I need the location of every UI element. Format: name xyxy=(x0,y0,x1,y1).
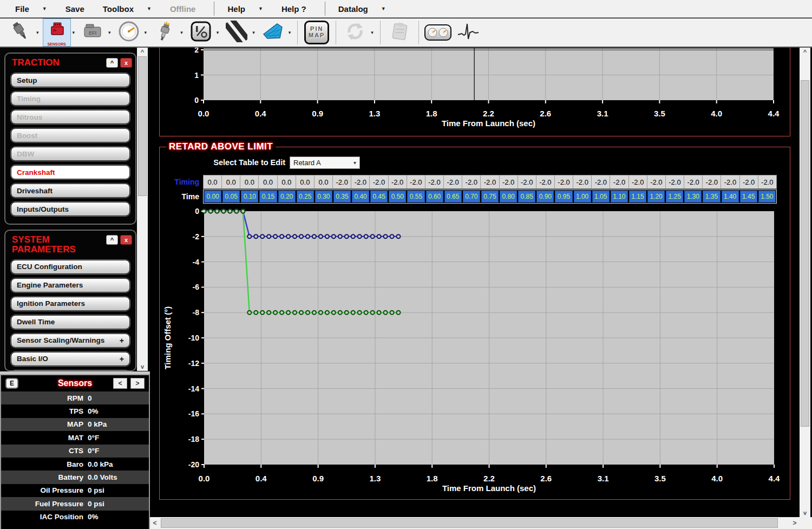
table-cell[interactable]: 0.55 xyxy=(407,191,424,203)
menu-item-help[interactable]: Help ? xyxy=(281,4,306,14)
chevron-down-icon[interactable]: ▾ xyxy=(145,30,147,35)
sidebar-scrollbar-thumb[interactable] xyxy=(138,56,147,196)
table-cell[interactable]: 1.05 xyxy=(592,191,610,203)
table-cell[interactable]: -2.0 xyxy=(721,175,739,188)
menu-item-toolbox[interactable]: Toolbox▼ xyxy=(103,4,152,14)
table-cell[interactable]: -2.0 xyxy=(758,175,776,188)
chevron-down-icon[interactable]: ▾ xyxy=(73,30,75,35)
table-cell[interactable]: -2.0 xyxy=(370,175,388,188)
table-cell[interactable]: 0.85 xyxy=(518,191,535,203)
table-cell[interactable]: -2.0 xyxy=(573,175,592,188)
table-cell[interactable]: -2.0 xyxy=(610,175,628,188)
system-item-engine-parameters[interactable]: Engine Parameters xyxy=(11,278,130,292)
table-cell[interactable]: 1.25 xyxy=(666,191,683,203)
table-cell[interactable]: 0.70 xyxy=(463,191,480,203)
table-cell[interactable]: 0.30 xyxy=(315,191,332,203)
table-cell[interactable]: -2.0 xyxy=(518,175,536,188)
table-cell[interactable]: 1.40 xyxy=(722,191,739,203)
table-cell[interactable]: -2.0 xyxy=(666,175,684,188)
table-cell[interactable]: 0.0 xyxy=(278,175,296,188)
table-cell[interactable]: 1.30 xyxy=(684,191,702,203)
table-cell[interactable]: 1.50 xyxy=(758,191,776,203)
table-select-dropdown[interactable]: Retard A ▾ xyxy=(290,156,360,169)
pin-map-tool[interactable]: PINMAP xyxy=(303,18,331,47)
table-cell[interactable]: 0.00 xyxy=(204,191,221,203)
table-cell[interactable]: -2.0 xyxy=(351,175,370,188)
table-cell[interactable]: 0.45 xyxy=(370,191,388,203)
surface-table-tool[interactable] xyxy=(259,18,287,47)
table-cell[interactable]: 1.35 xyxy=(703,191,720,203)
traction-item-boost[interactable]: Boost xyxy=(11,128,130,142)
io-tool[interactable] xyxy=(187,18,215,47)
table-cell[interactable]: 1.20 xyxy=(647,191,665,203)
traction-item-driveshaft[interactable]: Driveshaft xyxy=(11,184,130,198)
traction-item-timing[interactable]: Timing xyxy=(11,92,130,106)
close-panel-button[interactable]: x xyxy=(120,58,132,68)
table-cell[interactable]: 0.65 xyxy=(444,191,462,203)
table-cell[interactable]: -2.0 xyxy=(389,175,407,188)
table-cell[interactable]: 0.05 xyxy=(222,191,240,203)
table-cell[interactable]: -2.0 xyxy=(647,175,666,188)
table-cell[interactable]: 0.0 xyxy=(204,175,222,188)
scroll-left-icon[interactable]: < xyxy=(150,517,160,529)
table-cell[interactable]: -2.0 xyxy=(444,175,462,188)
table-cell[interactable]: 1.10 xyxy=(611,191,628,203)
table-cell[interactable]: -2.0 xyxy=(629,175,647,188)
main-hscroll-thumb[interactable] xyxy=(161,518,778,528)
table-cell[interactable]: -2.0 xyxy=(536,175,555,188)
table-cell[interactable]: 0.0 xyxy=(240,175,259,188)
table-cell[interactable]: 0.0 xyxy=(315,175,333,188)
waveform-tool[interactable] xyxy=(454,18,482,47)
table-cell[interactable]: 0.60 xyxy=(426,191,443,203)
table-cell[interactable]: 0.20 xyxy=(278,191,296,203)
traction-item-nitrous[interactable]: Nitrous xyxy=(11,110,130,124)
table-cell[interactable]: 0.95 xyxy=(555,191,572,203)
table-cell[interactable]: -2.0 xyxy=(462,175,481,188)
table-cell[interactable]: 0.0 xyxy=(259,175,277,188)
chevron-down-icon[interactable]: ▾ xyxy=(108,30,111,35)
menu-item-save[interactable]: Save xyxy=(66,4,84,14)
gauges-tool[interactable] xyxy=(424,18,452,47)
table-cell[interactable]: 0.75 xyxy=(481,191,499,203)
table-cell[interactable]: 0.0 xyxy=(222,175,240,188)
table-cell[interactable]: 1.00 xyxy=(574,191,591,203)
menu-item-offline[interactable]: Offline xyxy=(170,4,196,14)
table-cell[interactable]: 0.50 xyxy=(389,191,406,203)
gauge-tool[interactable] xyxy=(115,18,143,47)
menu-item-datalog[interactable]: Datalog▼ xyxy=(338,4,386,14)
table-cell[interactable]: 0.0 xyxy=(296,175,315,188)
table-cell[interactable]: -2.0 xyxy=(703,175,721,188)
notes-tool[interactable] xyxy=(385,18,414,47)
close-panel-button[interactable]: x xyxy=(120,235,132,245)
launch-overview-chart[interactable]: 0120.00.40.91.31.82.22.63.13.54.04.4Time… xyxy=(160,48,790,136)
table-cell[interactable]: -2.0 xyxy=(555,175,573,188)
spark-plug-tool[interactable] xyxy=(150,18,179,47)
main-vertical-scrollbar[interactable]: ^ v xyxy=(800,48,810,517)
efi-module-tool[interactable]: EFI xyxy=(78,18,107,47)
table-cell[interactable]: 0.10 xyxy=(241,191,258,203)
table-cell[interactable]: -2.0 xyxy=(425,175,444,188)
scroll-down-icon[interactable]: v xyxy=(137,362,148,371)
sensors-prev-button[interactable]: < xyxy=(113,378,127,389)
chevron-down-icon[interactable]: ▾ xyxy=(371,30,374,35)
menu-item-file[interactable]: File▼ xyxy=(15,4,47,14)
chevron-down-icon[interactable]: ▾ xyxy=(36,30,39,35)
scroll-right-icon[interactable]: > xyxy=(790,517,800,529)
table-cell[interactable]: 0.90 xyxy=(536,191,554,203)
scroll-up-icon[interactable]: ^ xyxy=(800,48,810,56)
menu-item-help[interactable]: Help▼ xyxy=(227,4,263,14)
table-cell[interactable]: -2.0 xyxy=(684,175,703,188)
timing-stripes-tool[interactable] xyxy=(222,18,251,47)
system-item-ecu-configuration[interactable]: ECU Configuration xyxy=(11,260,130,274)
sensors-tool[interactable]: SENSORS xyxy=(43,18,71,47)
sensors-next-button[interactable]: > xyxy=(130,378,145,389)
system-item-sensor-scaling-warnings[interactable]: Sensor Scaling/Warnings+ xyxy=(11,334,130,348)
table-cell[interactable]: 1.45 xyxy=(740,191,757,203)
table-cell[interactable]: 0.40 xyxy=(352,191,369,203)
system-item-basic-i-o[interactable]: Basic I/O+ xyxy=(11,352,130,366)
chevron-down-icon[interactable]: ▾ xyxy=(289,30,291,35)
table-cell[interactable]: -2.0 xyxy=(740,175,758,188)
scroll-down-icon[interactable]: v xyxy=(800,508,810,517)
system-item-dwell-time[interactable]: Dwell Time xyxy=(11,315,130,329)
sync-tool[interactable] xyxy=(341,18,369,47)
